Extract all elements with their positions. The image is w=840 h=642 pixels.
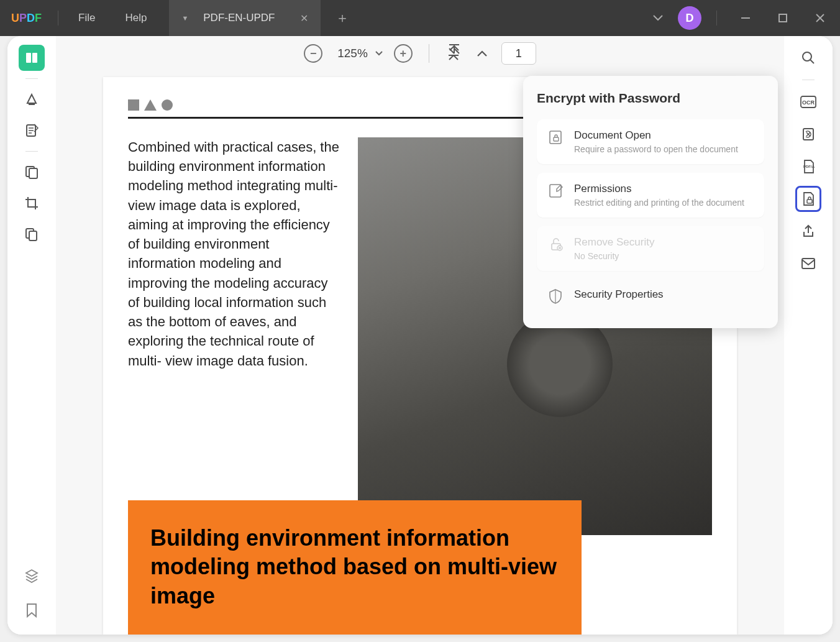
toolbar-separator bbox=[429, 44, 429, 63]
divider bbox=[58, 11, 58, 25]
edit-tool-button[interactable] bbox=[19, 117, 45, 144]
svg-rect-9 bbox=[29, 231, 37, 241]
left-sidebar bbox=[7, 36, 56, 635]
svg-text:OCR: OCR bbox=[802, 99, 815, 106]
option-sublabel: No Security bbox=[574, 251, 753, 261]
pdfa-button[interactable]: PDF/A bbox=[795, 154, 821, 180]
top-toolbar: − 125% + bbox=[56, 36, 784, 71]
remove-security-option: Remove Security No Security bbox=[537, 226, 764, 271]
option-label: Security Properties bbox=[574, 288, 753, 301]
menu-help[interactable]: Help bbox=[110, 12, 162, 24]
option-label: Remove Security bbox=[574, 236, 753, 249]
zoom-in-button[interactable]: + bbox=[394, 44, 413, 63]
svg-rect-7 bbox=[29, 168, 37, 178]
search-button[interactable] bbox=[795, 45, 821, 71]
avatar-initial: D bbox=[686, 12, 694, 25]
email-button[interactable] bbox=[795, 250, 821, 277]
svg-text:PDF/A: PDF/A bbox=[803, 165, 815, 168]
svg-rect-3 bbox=[32, 53, 37, 63]
right-sidebar: OCR PDF/A bbox=[784, 36, 833, 635]
user-avatar[interactable]: D bbox=[678, 6, 701, 30]
option-sublabel: Restrict editing and printing of the doc… bbox=[574, 198, 753, 208]
prev-page-button[interactable] bbox=[474, 47, 490, 60]
tab-dropdown-icon[interactable]: ▼ bbox=[181, 14, 188, 22]
body-paragraph: Combined with practical cases, the build… bbox=[128, 137, 339, 535]
security-properties-option[interactable]: Security Properties bbox=[537, 280, 764, 313]
shield-icon bbox=[548, 288, 564, 305]
page-number-input[interactable] bbox=[501, 42, 536, 65]
divider bbox=[716, 11, 717, 25]
encrypt-button[interactable] bbox=[795, 186, 821, 212]
organize-tool-button[interactable] bbox=[19, 221, 45, 247]
logo-p: P bbox=[19, 12, 27, 24]
layers-button[interactable] bbox=[19, 562, 45, 589]
close-tab-icon[interactable]: ✕ bbox=[300, 12, 308, 24]
svg-rect-15 bbox=[807, 199, 812, 203]
lock-icon bbox=[548, 129, 564, 145]
titlebar-right: D bbox=[648, 6, 840, 30]
zoom-selector[interactable]: 125% bbox=[334, 47, 383, 60]
logo-d: D bbox=[27, 12, 35, 24]
dropdown-icon bbox=[375, 51, 383, 56]
edit-doc-icon bbox=[548, 183, 564, 199]
square-icon bbox=[128, 99, 139, 111]
svg-point-10 bbox=[803, 52, 811, 61]
close-window-button[interactable] bbox=[806, 6, 834, 30]
rail-separator bbox=[802, 80, 815, 80]
add-tab-button[interactable]: ＋ bbox=[336, 9, 349, 27]
triangle-icon bbox=[144, 99, 157, 111]
svg-rect-2 bbox=[26, 53, 31, 63]
rail-separator bbox=[25, 151, 38, 152]
document-open-option[interactable]: Document Open Require a password to open… bbox=[537, 119, 764, 164]
share-button[interactable] bbox=[795, 218, 821, 244]
logo-f: F bbox=[35, 12, 42, 24]
popover-title: Encrypt with Password bbox=[537, 91, 764, 106]
rail-separator bbox=[25, 78, 38, 79]
app-body: − 125% + bbox=[7, 36, 833, 635]
svg-rect-16 bbox=[802, 259, 815, 268]
convert-button[interactable] bbox=[795, 121, 821, 147]
app-logo: UPDF bbox=[0, 12, 53, 25]
bookmark-button[interactable] bbox=[19, 597, 45, 623]
tab-title: PDF-EN-UPDF bbox=[203, 12, 275, 24]
highlighter-tool-button[interactable] bbox=[19, 86, 45, 112]
unlock-icon bbox=[548, 236, 564, 252]
zoom-out-button[interactable]: − bbox=[304, 44, 322, 63]
reader-mode-button[interactable] bbox=[19, 45, 45, 71]
circle-icon bbox=[162, 99, 173, 111]
svg-rect-0 bbox=[741, 17, 750, 19]
zoom-value: 125% bbox=[334, 47, 372, 60]
option-sublabel: Require a password to open the document bbox=[574, 144, 753, 154]
menu-file[interactable]: File bbox=[63, 12, 110, 24]
crop-tool-button[interactable] bbox=[19, 190, 45, 216]
encrypt-popover: Encrypt with Password Document Open Requ… bbox=[523, 76, 778, 328]
ocr-button[interactable]: OCR bbox=[795, 89, 821, 115]
minimize-button[interactable] bbox=[732, 6, 759, 30]
svg-rect-18 bbox=[554, 137, 559, 141]
pages-tool-button[interactable] bbox=[19, 159, 45, 185]
document-tab[interactable]: ▼ PDF-EN-UPDF ✕ bbox=[169, 0, 320, 36]
chevron-down-icon[interactable] bbox=[648, 10, 668, 26]
maximize-button[interactable] bbox=[769, 6, 797, 30]
logo-u: U bbox=[11, 12, 19, 24]
title-bar: UPDF File Help ▼ PDF-EN-UPDF ✕ ＋ D bbox=[0, 0, 840, 36]
option-label: Permissions bbox=[574, 183, 753, 195]
option-label: Document Open bbox=[574, 129, 753, 142]
svg-rect-1 bbox=[779, 14, 787, 22]
svg-rect-4 bbox=[29, 103, 35, 105]
headline-box: Building environment information modelin… bbox=[128, 500, 582, 635]
first-page-button[interactable] bbox=[445, 41, 463, 66]
permissions-option[interactable]: Permissions Restrict editing and printin… bbox=[537, 173, 764, 218]
